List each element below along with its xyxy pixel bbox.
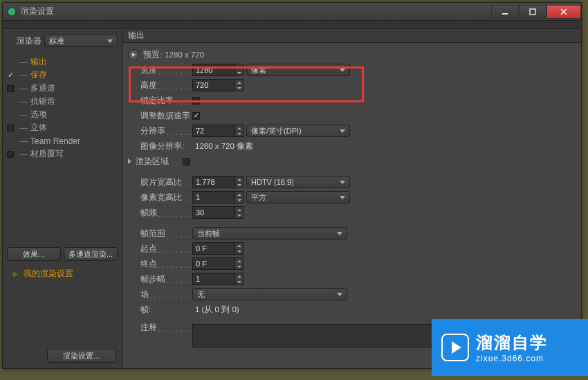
width-spinner[interactable] <box>235 64 244 76</box>
sidebar-item-save[interactable]: ✓—保存 <box>3 69 122 82</box>
film-aspect-label: 胶片宽高比 <box>140 178 183 186</box>
section-title: 输出 <box>122 29 581 43</box>
checkbox[interactable] <box>7 125 14 132</box>
resolution-input[interactable]: 72 <box>192 125 235 137</box>
preset-play-button[interactable] <box>128 49 139 60</box>
fps-row: . . . . . . . . . . . .帧频 30 <box>140 205 576 220</box>
render-settings-button[interactable]: 渲染设置... <box>47 349 116 363</box>
right-pane: 输出 预置: 1280 x 720 . . . . . . . . . . . … <box>122 29 581 368</box>
unit-dropdown[interactable]: 像素 <box>246 64 350 76</box>
frame-range-dropdown[interactable]: 当前帧 <box>192 227 347 239</box>
lock-ratio-checkbox[interactable] <box>192 97 200 105</box>
sidebar-item-teamrender[interactable]: —Team Render <box>3 134 122 147</box>
sidebar-item-stereo[interactable]: —立体 <box>3 121 122 134</box>
step-row: . . . . . . . . . . . .帧步幅 1 <box>140 271 576 287</box>
sidebar-item-material-override[interactable]: —材质覆写 <box>3 147 122 161</box>
maximize-button[interactable] <box>519 5 546 19</box>
pixel-aspect-label: 像素宽高比 <box>140 193 183 201</box>
titlebar[interactable]: 渲染设置 <box>3 3 581 21</box>
watermark-url: zixue.3d66.com <box>476 354 548 363</box>
chevron-down-icon <box>337 293 342 296</box>
preset-value: 1280 x 720 <box>165 51 204 59</box>
pixel-aspect-input[interactable]: 1 <box>192 191 235 203</box>
sidebar-item-antialias[interactable]: —抗锯齿 <box>3 95 122 108</box>
checkbox[interactable] <box>7 151 14 158</box>
play-icon <box>132 53 136 57</box>
comment-label: 注释 <box>140 323 158 332</box>
svg-point-0 <box>8 8 16 16</box>
width-label: 宽度 <box>140 66 158 74</box>
watermark-logo-icon <box>441 334 469 361</box>
width-input[interactable]: 1280 <box>192 64 235 76</box>
end-input[interactable]: 0 F <box>192 257 235 270</box>
renderer-label: 渲染器 <box>17 35 42 47</box>
minimize-button[interactable] <box>491 5 519 19</box>
resolution-spinner[interactable] <box>235 125 244 137</box>
image-res-label: 图像分辨率: <box>140 142 185 150</box>
render-region-checkbox[interactable] <box>183 158 190 165</box>
preset-row: 预置: 1280 x 720 <box>128 47 576 62</box>
render-region-row: . . . . . . . . . .渲染区域 <box>128 154 576 169</box>
resolution-row: . . . . . . . . . . . .分辨率 72 像素/英寸(DPI) <box>140 123 576 138</box>
film-aspect-input[interactable]: 1.778 <box>192 176 235 188</box>
adjust-rate-label: 调整数据速率 <box>140 111 191 120</box>
sidebar-item-output[interactable]: —输出 <box>3 55 122 69</box>
start-input[interactable]: 0 F <box>192 242 235 255</box>
sidebar-item-multipass[interactable]: —多通道 <box>3 82 122 95</box>
resolution-label: 分辨率 <box>140 127 166 135</box>
close-button[interactable] <box>546 5 581 19</box>
chevron-down-icon <box>107 39 113 43</box>
app-icon <box>7 7 17 17</box>
renderer-dropdown[interactable]: 标准 <box>44 35 118 47</box>
pixel-aspect-dropdown[interactable]: 平方 <box>246 191 350 203</box>
output-content: 预置: 1280 x 720 . . . . . . . . . . . .宽度… <box>122 43 581 352</box>
fps-spinner[interactable] <box>235 206 244 219</box>
render-settings-window: 渲染设置 渲染器 标准 —输出 ✓—保存 —多通道 —抗锯齿 —选项 —立体 <box>2 2 582 369</box>
film-aspect-dropdown[interactable]: HDTV (16:9) <box>246 176 350 188</box>
pixel-aspect-spinner[interactable] <box>235 191 244 203</box>
frames-label: 帧: <box>140 305 151 314</box>
fps-input[interactable]: 30 <box>192 206 235 219</box>
body: 渲染器 标准 —输出 ✓—保存 —多通道 —抗锯齿 —选项 —立体 —Team … <box>3 29 581 368</box>
sidebar-item-options[interactable]: —选项 <box>3 108 122 121</box>
my-render-settings-label: 我的渲染设置 <box>24 268 73 280</box>
fps-label: 帧频 <box>140 208 158 217</box>
frames-value: 1 (从 0 到 0) <box>195 305 239 315</box>
end-label: 终点 <box>140 260 158 268</box>
step-input[interactable]: 1 <box>192 273 235 285</box>
step-label: 帧步幅 <box>140 275 166 283</box>
watermark: 溜溜自学 zixue.3d66.com <box>432 319 588 376</box>
pixel-aspect-row: . . . . . . . . . . . .像素宽高比 1 平方 <box>140 190 576 205</box>
grip-bar[interactable] <box>3 21 581 29</box>
effects-button[interactable]: 效果... <box>7 247 61 261</box>
start-spinner[interactable] <box>235 242 244 255</box>
height-input[interactable]: 720 <box>192 79 235 91</box>
height-label: 高度 <box>140 81 158 89</box>
image-res-value: 1280 x 720 像素 <box>195 141 253 152</box>
render-region-label: 渲染区域 <box>136 157 169 165</box>
frame-range-label: 帧范围 <box>140 229 166 237</box>
field-dropdown[interactable]: 无 <box>192 288 347 300</box>
start-label: 起点 <box>140 244 158 253</box>
adjust-rate-row: . . . . . . . . . . . .调整数据速率 <box>140 108 576 123</box>
height-spinner[interactable] <box>235 79 244 91</box>
resolution-unit-dropdown[interactable]: 像素/英寸(DPI) <box>246 125 350 137</box>
field-row: . . . . . . . . . . . .场 无 <box>140 287 576 302</box>
sidebar-nav: —输出 ✓—保存 —多通道 —抗锯齿 —选项 —立体 —Team Render … <box>3 53 122 161</box>
end-row: . . . . . . . . . . . .终点 0 F <box>140 256 576 271</box>
multipass-render-button[interactable]: 多通道渲染... <box>64 247 118 261</box>
step-spinner[interactable] <box>235 273 244 285</box>
start-row: . . . . . . . . . . . .起点 0 F <box>140 241 576 256</box>
width-row: . . . . . . . . . . . .宽度 1280 像素 <box>140 62 576 78</box>
chevron-down-icon <box>340 129 345 133</box>
target-icon: ⟡ <box>10 269 19 279</box>
end-spinner[interactable] <box>235 257 244 270</box>
expand-arrow-icon[interactable] <box>128 159 131 164</box>
left-pane: 渲染器 标准 —输出 ✓—保存 —多通道 —抗锯齿 —选项 —立体 —Team … <box>3 29 122 368</box>
checkbox[interactable] <box>7 85 14 92</box>
film-aspect-spinner[interactable] <box>235 176 244 188</box>
film-aspect-row: . . . . . . . . . . . .胶片宽高比 1.778 HDTV … <box>140 174 576 190</box>
my-render-settings[interactable]: ⟡ 我的渲染设置 <box>7 265 118 287</box>
chevron-down-icon <box>340 69 345 72</box>
adjust-rate-checkbox[interactable] <box>192 112 200 120</box>
